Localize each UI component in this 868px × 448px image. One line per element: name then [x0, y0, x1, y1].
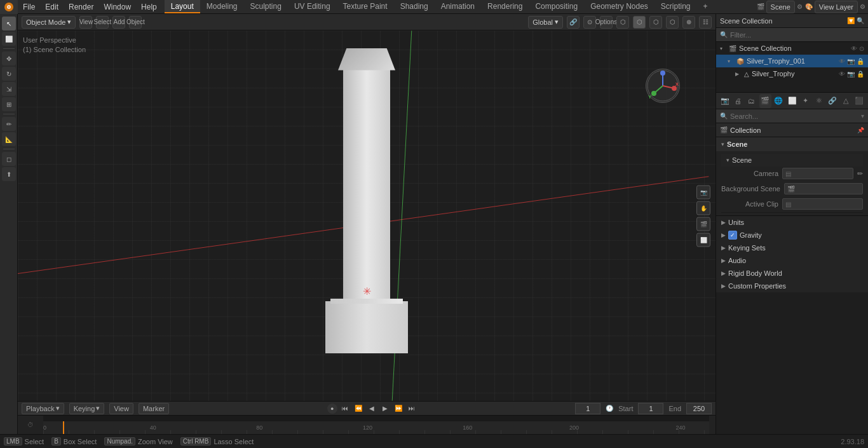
transform-tool[interactable]: ⊞ [2, 97, 16, 111]
prop-object-btn[interactable]: ⬜ [786, 94, 798, 108]
outliner-item-scene-collection[interactable]: ▾ 🎬 Scene Collection 👁 ⊙ [716, 42, 868, 55]
gravity-section-header[interactable]: ▶ ✓ Gravity [716, 229, 868, 241]
select-box-tool[interactable]: ⬜ [2, 32, 16, 46]
record-btn[interactable]: ● [327, 404, 337, 414]
visibility-btn-t001[interactable]: 👁 [839, 58, 845, 65]
viewport-shading-solid[interactable]: ⬡ [633, 16, 646, 29]
visibility-btn-scene[interactable]: 👁 [851, 45, 857, 52]
tab-compositing[interactable]: Compositing [529, 0, 584, 13]
cursor-tool[interactable]: ↖ [2, 17, 16, 31]
exclude-btn-scene[interactable]: ⊙ [859, 45, 864, 52]
scene-subsection-header[interactable]: ▾ Scene [721, 154, 863, 166]
prop-material-btn[interactable]: ⬛ [853, 94, 865, 108]
select-menu[interactable]: Select [96, 16, 109, 29]
outliner-item-silver-trophy-001[interactable]: ▾ 📦 Silver_Trophy_001 👁 📷 🔒 [716, 55, 868, 67]
outliner-item-silver-trophy[interactable]: ▶ △ Silver_Trophy 👁 📷 🔒 [716, 67, 868, 80]
scene-selector[interactable]: Scene [766, 1, 795, 13]
prop-objectdata-btn[interactable]: △ [840, 94, 852, 108]
camera-prop-value[interactable]: ▤ [782, 168, 853, 179]
options-btn[interactable]: Options [600, 16, 613, 29]
jump-end-btn[interactable]: ⏭ [406, 403, 417, 414]
outliner-search-input[interactable] [730, 31, 864, 39]
tab-animation[interactable]: Animation [435, 0, 481, 13]
lock-btn-trophy[interactable]: 🔒 [857, 71, 864, 78]
scrubber-scrollbar-right[interactable] [709, 416, 715, 434]
current-frame-input[interactable] [575, 403, 600, 414]
view-menu[interactable]: View [79, 16, 92, 29]
units-section-header[interactable]: ▶ Units [716, 216, 868, 229]
viewport-shading-render[interactable]: ⬡ [666, 16, 679, 29]
camera-btn2[interactable]: 🎬 [696, 217, 710, 231]
camera-view-btn[interactable]: 📷 [696, 185, 710, 199]
rigid-body-section-header[interactable]: ▶ Rigid Body World [716, 267, 868, 280]
scene-options-icon[interactable]: ⚙ [797, 3, 803, 10]
scrubber-area[interactable]: ⏱ 0 40 80 120 160 200 240 [18, 415, 715, 434]
overlay-toggle[interactable]: ⊕ [682, 16, 695, 29]
keying-sets-section-header[interactable]: ▶ Keying Sets [716, 241, 868, 254]
gravity-checkbox[interactable]: ✓ [728, 231, 737, 240]
menu-window[interactable]: Window [98, 0, 136, 13]
scene-props-pin[interactable]: 📌 [857, 127, 864, 133]
props-search-input[interactable] [730, 112, 861, 120]
play-back-btn[interactable]: ◀ [366, 403, 377, 414]
keying-dropdown[interactable]: Keying ▾ [69, 403, 105, 414]
tab-sculpting[interactable]: Sculpting [244, 0, 288, 13]
marker-dropdown[interactable]: Marker [139, 403, 169, 414]
view-layer-options-icon[interactable]: ⚙ [860, 3, 865, 10]
viewport-canvas[interactable]: User Perspective (1) Scene Collection ✳ [18, 31, 715, 401]
scene-section-header[interactable]: ▾ Scene [716, 137, 868, 151]
tab-layout[interactable]: Layout [165, 0, 200, 13]
step-back-btn[interactable]: ⏪ [353, 403, 364, 414]
prop-particles-btn[interactable]: ✦ [799, 94, 811, 108]
xray-toggle[interactable]: ☷ [699, 16, 712, 29]
proportional-btn[interactable]: ⊙ [583, 16, 596, 29]
step-fwd-btn[interactable]: ⏩ [393, 403, 404, 414]
pan-btn[interactable]: ✋ [696, 201, 710, 215]
object-mode-dropdown[interactable]: Object Mode ▾ [22, 16, 76, 29]
custom-props-section-header[interactable]: ▶ Custom Properties [716, 280, 868, 292]
prop-constraints-btn[interactable]: 🔗 [827, 94, 839, 108]
menu-help[interactable]: Help [136, 0, 162, 13]
play-btn[interactable]: ▶ [379, 403, 391, 414]
menu-edit[interactable]: Edit [40, 0, 64, 13]
prop-viewlayer-btn[interactable]: 🗂 [745, 94, 757, 108]
tab-shading[interactable]: Shading [394, 0, 435, 13]
viewport-shading-material[interactable]: ⬡ [649, 16, 662, 29]
end-frame-input[interactable] [686, 403, 712, 414]
prop-scene-btn[interactable]: 🎬 [759, 94, 771, 108]
annotate-tool[interactable]: ✏ [2, 117, 16, 131]
start-frame-input[interactable] [638, 403, 663, 414]
extrude-tool[interactable]: ⬆ [2, 167, 16, 181]
measure-tool[interactable]: 📐 [2, 132, 16, 146]
visibility-btn-trophy[interactable]: 👁 [839, 71, 845, 78]
tab-scripting[interactable]: Scripting [654, 0, 697, 13]
outliner-filter-icon[interactable]: 🔽 [847, 17, 855, 24]
rotate-tool[interactable]: ↻ [2, 67, 16, 81]
move-tool[interactable]: ✥ [2, 51, 16, 65]
render-btn[interactable]: ⬜ [696, 233, 710, 247]
playback-dropdown[interactable]: Playback ▾ [22, 403, 64, 414]
scale-tool[interactable]: ⇲ [2, 82, 16, 96]
tab-texture-paint[interactable]: Texture Paint [337, 0, 394, 13]
menu-file[interactable]: File [18, 0, 40, 13]
add-cube-tool[interactable]: ◻ [2, 152, 16, 166]
jump-start-btn[interactable]: ⏮ [339, 403, 351, 414]
tab-add[interactable]: + [697, 0, 714, 13]
tab-uv-editing[interactable]: UV Editing [288, 0, 337, 13]
snap-btn[interactable]: 🔗 [567, 16, 580, 29]
tab-modeling[interactable]: Modeling [200, 0, 244, 13]
outliner-search-icon[interactable]: 🔍 [857, 17, 864, 24]
active-clip-prop-value[interactable]: ▤ [782, 198, 863, 210]
camera-btn-trophy[interactable]: 📷 [847, 71, 855, 78]
view-layer-selector[interactable]: View Layer [815, 1, 858, 13]
navigation-gizmo[interactable]: X Z Y [646, 69, 684, 107]
object-menu[interactable]: Object [129, 16, 142, 29]
scrubber-ruler[interactable]: 0 40 80 120 160 200 240 [43, 421, 709, 434]
prop-world-btn[interactable]: 🌐 [773, 94, 785, 108]
view-dropdown[interactable]: View [109, 403, 133, 414]
bg-scene-prop-value[interactable]: 🎬 [784, 183, 863, 194]
prop-output-btn[interactable]: 🖨 [732, 94, 744, 108]
tab-geometry-nodes[interactable]: Geometry Nodes [584, 0, 654, 13]
prop-render-btn[interactable]: 📷 [719, 94, 731, 108]
lock-btn-t001[interactable]: 🔒 [857, 58, 864, 65]
